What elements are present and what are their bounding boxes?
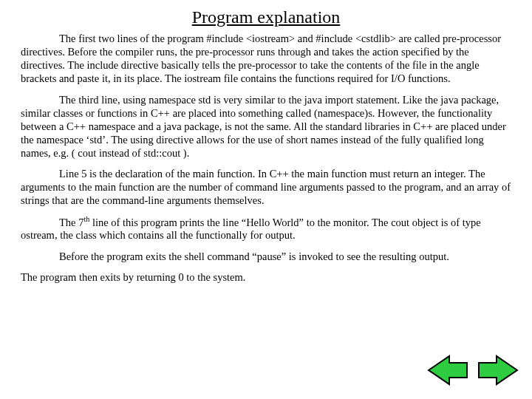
paragraph-2: The third line, using namespace std is v… <box>21 93 511 160</box>
p4-pre: The 7 <box>59 216 83 228</box>
paragraph-6: The program then exits by returning 0 to… <box>21 270 511 284</box>
next-button[interactable] <box>477 355 519 386</box>
svg-marker-0 <box>429 356 467 384</box>
arrow-left-icon <box>427 355 468 386</box>
p4-post: line of this program prints the line “He… <box>21 216 481 241</box>
paragraph-4: The 7th line of this program prints the … <box>21 215 511 242</box>
svg-marker-1 <box>479 356 517 384</box>
arrow-right-icon <box>477 355 519 386</box>
paragraph-1: The first two lines of the program #incl… <box>21 32 511 86</box>
nav-controls <box>427 355 519 386</box>
paragraph-5: Before the program exits the shell comma… <box>21 250 511 263</box>
prev-button[interactable] <box>427 355 468 386</box>
page-title: Program explanation <box>21 7 511 27</box>
slide-page: Program explanation The first two lines … <box>0 0 532 284</box>
paragraph-3: Line 5 is the declaration of the main fu… <box>21 167 511 207</box>
